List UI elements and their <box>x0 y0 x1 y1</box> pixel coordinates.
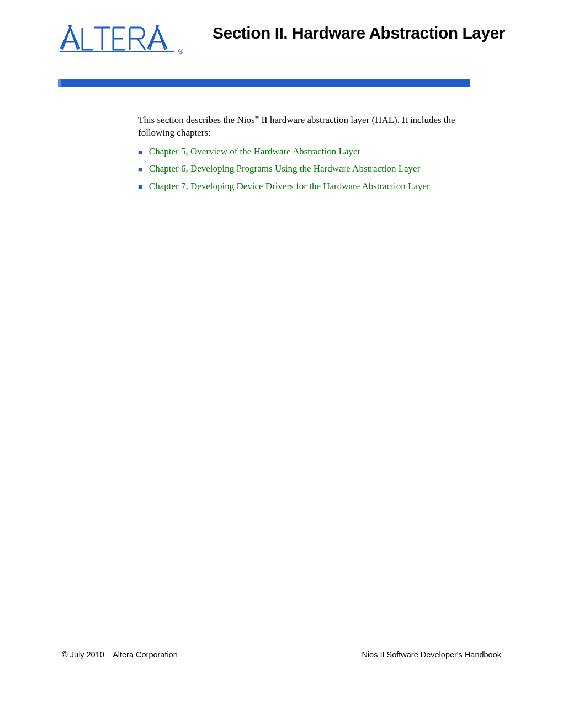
square-bullet-icon: ■ <box>138 164 142 174</box>
list-item: ■ Chapter 7, Developing Device Drivers f… <box>138 180 464 193</box>
intro-paragraph: This section describes the Nios® II hard… <box>138 114 464 140</box>
intro-text-pre: This section describes the Nios <box>138 115 255 125</box>
chapter-list: ■ Chapter 5, Overview of the Hardware Ab… <box>138 145 464 193</box>
square-bullet-icon: ■ <box>138 182 142 192</box>
chapter-link[interactable]: Chapter 6, Developing Programs Using the… <box>149 162 420 175</box>
page-container: ® Section II. Hardware Abstraction Layer… <box>0 0 563 728</box>
registered-mark: ® <box>255 114 259 120</box>
footer-right: Nios II Software Developer's Handbook <box>362 650 501 659</box>
company-text: Altera Corporation <box>113 650 178 659</box>
copyright-text: © July 2010 <box>62 650 104 659</box>
divider-bar <box>58 79 470 87</box>
altera-logo: ® <box>58 22 188 57</box>
page-footer: © July 2010 Altera Corporation Nios II S… <box>62 650 501 659</box>
svg-text:®: ® <box>178 48 183 55</box>
chapter-link[interactable]: Chapter 7, Developing Device Drivers for… <box>149 180 430 193</box>
list-item: ■ Chapter 5, Overview of the Hardware Ab… <box>138 145 464 158</box>
content-area: This section describes the Nios® II hard… <box>138 114 464 193</box>
square-bullet-icon: ■ <box>138 147 142 157</box>
header-row: ® Section II. Hardware Abstraction Layer <box>58 19 505 57</box>
list-item: ■ Chapter 6, Developing Programs Using t… <box>138 162 464 175</box>
section-title: Section II. Hardware Abstraction Layer <box>213 24 505 42</box>
chapter-link[interactable]: Chapter 5, Overview of the Hardware Abst… <box>149 145 360 158</box>
footer-left: © July 2010 Altera Corporation <box>62 650 178 659</box>
